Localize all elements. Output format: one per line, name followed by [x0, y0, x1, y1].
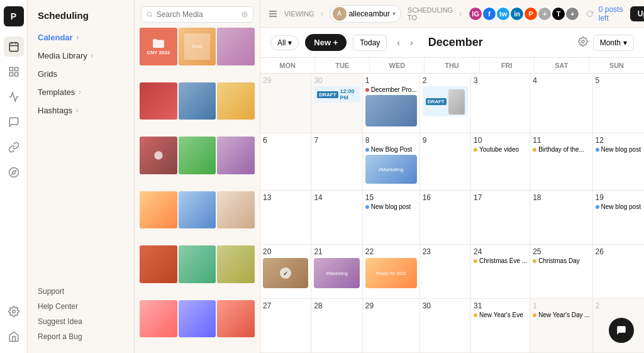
cal-cell-dec18[interactable]: 18 [530, 191, 592, 245]
post-thumbnail[interactable]: ✓ [263, 258, 308, 288]
media-thumb[interactable] [217, 300, 255, 338]
media-thumb[interactable] [179, 245, 216, 283]
calendar-event[interactable]: Youtube video [474, 146, 527, 153]
cal-cell-dec20[interactable]: 20 ✓ [260, 245, 311, 299]
next-month-button[interactable]: › [406, 35, 417, 50]
calendar-event[interactable]: New blog post [596, 203, 641, 210]
app-logo[interactable]: P [4, 6, 24, 26]
post-thumbnail[interactable]: #Marketing [314, 258, 359, 288]
cal-cell-dec6[interactable]: 6 [260, 133, 311, 191]
cal-cell-dec14[interactable]: 14 [311, 191, 362, 245]
sidebar-item-templates[interactable]: Templates › [28, 83, 134, 101]
calendar-event[interactable]: New blog post [596, 146, 641, 153]
cal-cell-dec27[interactable]: 27 [260, 299, 311, 353]
calendar-event[interactable]: New Year's Eve [474, 311, 527, 318]
post-thumbnail[interactable]: Ready for 2022 [365, 258, 417, 288]
media-thumb[interactable] [179, 82, 216, 120]
menu-icon[interactable] [268, 9, 278, 19]
add-more-icon[interactable]: + [565, 6, 580, 21]
post-thumbnail[interactable]: #Marketing [365, 155, 417, 184]
cal-cell-dec19[interactable]: 19 New blog post [593, 191, 644, 245]
cal-cell-dec31[interactable]: 31 New Year's Eve [471, 299, 530, 353]
media-thumb[interactable] [140, 300, 177, 338]
cal-cell-dec22[interactable]: 22 Ready for 2022 [363, 245, 420, 299]
calendar-event[interactable]: Christmas Eve ... [474, 257, 527, 264]
cal-cell-dec30[interactable]: 30 [420, 299, 471, 353]
nav-chart[interactable] [4, 87, 24, 107]
media-thumb[interactable] [140, 82, 177, 120]
chat-bubble-button[interactable] [609, 318, 634, 343]
calendar-event[interactable]: New Blog Post [365, 146, 417, 153]
calendar-event[interactable]: Christmas Day [533, 257, 589, 264]
cal-cell-dec13[interactable]: 13 [260, 191, 311, 245]
media-thumb[interactable] [217, 137, 255, 174]
draft-post-card[interactable]: DRAFT [423, 86, 468, 116]
cal-cell-dec4[interactable]: 4 [530, 74, 592, 133]
cal-cell-dec21[interactable]: 21 #Marketing [311, 245, 362, 299]
posts-left-badge[interactable]: 0 posts left [599, 5, 625, 23]
cal-cell-dec2[interactable]: 2 DRAFT [420, 74, 471, 133]
media-thumb[interactable] [217, 191, 255, 229]
cal-cell-dec7[interactable]: 7 [311, 133, 362, 191]
report-bug-link[interactable]: Report a Bug [38, 330, 124, 343]
new-post-button[interactable]: New + [305, 34, 347, 51]
tiktok-icon[interactable]: T [551, 6, 566, 21]
cal-cell-nov30[interactable]: 30 DRAFT 12:00 PM [311, 74, 362, 133]
media-thumb[interactable] [179, 300, 216, 338]
media-thumb[interactable] [140, 137, 177, 174]
sidebar-item-media-library[interactable]: Media Library › [28, 47, 134, 65]
user-chip[interactable]: A alleceambur ▾ [330, 5, 401, 23]
all-filter-button[interactable]: All ▾ [270, 35, 299, 50]
refresh-icon[interactable] [586, 9, 594, 19]
cal-cell-dec28[interactable]: 28 [311, 299, 362, 353]
calendar-settings-button[interactable] [578, 36, 588, 49]
support-link[interactable]: Support [38, 285, 124, 298]
suggest-idea-link[interactable]: Suggest Idea [38, 315, 124, 328]
media-thumb[interactable] [179, 137, 216, 174]
calendar-event[interactable]: December Pro... [365, 86, 417, 93]
media-folder-thumb[interactable]: CNY 2022 [140, 28, 177, 65]
media-settings-icon[interactable] [242, 11, 248, 18]
media-thumb[interactable] [217, 82, 255, 120]
cal-cell-dec8[interactable]: 8 New Blog Post #Marketing [363, 133, 420, 191]
cal-cell-dec11[interactable]: 11 Birthday of the... [530, 133, 592, 191]
cal-cell-jan1[interactable]: 1 New Year's Day ... [530, 299, 592, 353]
cal-cell-dec15[interactable]: 15 New blog post [363, 191, 420, 245]
sidebar-item-grids[interactable]: Grids [28, 65, 134, 83]
cal-cell-dec5[interactable]: 5 [593, 74, 644, 133]
nav-settings[interactable] [4, 301, 24, 322]
media-thumb[interactable] [217, 245, 255, 283]
cal-cell-dec10[interactable]: 10 Youtube video [471, 133, 530, 191]
add-platform-icon[interactable]: + [537, 6, 552, 21]
media-thumb[interactable] [217, 28, 255, 65]
media-thumb[interactable]: food [179, 28, 216, 65]
media-thumb[interactable] [179, 191, 216, 229]
cal-cell-dec17[interactable]: 17 [471, 191, 530, 245]
media-thumb[interactable] [140, 245, 177, 283]
month-view-button[interactable]: Month ▾ [593, 35, 634, 51]
cal-cell-dec23[interactable]: 23 [420, 245, 471, 299]
cal-cell-dec1[interactable]: 1 December Pro... [363, 74, 420, 133]
cal-cell-dec3[interactable]: 3 [471, 74, 530, 133]
nav-grid[interactable] [4, 62, 24, 82]
post-thumbnail[interactable] [365, 95, 417, 126]
calendar-event[interactable]: Birthday of the... [533, 146, 589, 153]
cal-cell-dec16[interactable]: 16 [420, 191, 471, 245]
sidebar-item-hashtags[interactable]: Hashtags › [28, 101, 134, 120]
nav-messages[interactable] [4, 112, 24, 132]
instagram-icon[interactable]: IG [468, 6, 483, 21]
nav-link[interactable] [4, 137, 24, 157]
search-input[interactable] [157, 10, 238, 19]
pinterest-icon[interactable]: P [523, 6, 538, 21]
draft-post-card[interactable]: DRAFT 12:00 PM [314, 86, 359, 103]
twitter-icon[interactable]: tw [496, 6, 511, 21]
cal-cell-dec26[interactable]: 26 [593, 245, 644, 299]
cal-cell-dec12[interactable]: 12 New blog post [593, 133, 644, 191]
help-center-link[interactable]: Help Center [38, 300, 124, 313]
cal-cell-nov29[interactable]: 29 [260, 74, 311, 133]
cal-cell-dec24[interactable]: 24 Christmas Eve ... [471, 245, 530, 299]
nav-calendar[interactable] [4, 36, 24, 57]
facebook-icon[interactable]: f [482, 6, 497, 21]
upgrade-button[interactable]: Upgrade [630, 6, 644, 21]
prev-month-button[interactable]: ‹ [393, 35, 404, 50]
